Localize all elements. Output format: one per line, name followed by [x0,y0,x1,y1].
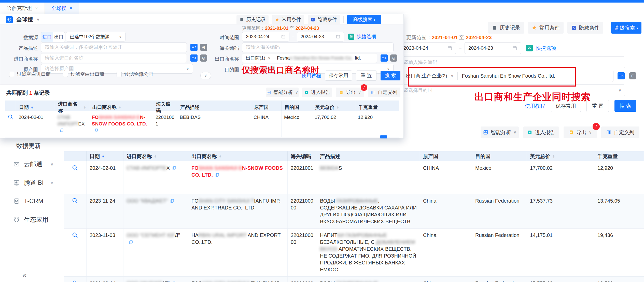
quick-options-link[interactable]: 快捷选项 [357,33,376,40]
chevron-down-icon: ∨ [514,130,516,135]
exporter-type-select[interactable]: 出口商(1) ∨ [242,53,274,63]
sidebar-collapse-button[interactable]: « [22,271,27,279]
reset-button[interactable]: 重 置 [356,70,376,81]
header-exporter[interactable]: 出口商名称▲▼ [188,151,288,161]
translate-icon[interactable]: 中A [618,72,625,79]
sort-icon: ▲▼ [83,106,86,109]
history-button[interactable]: 历史记录 [236,15,269,24]
exporter-name-label: 出口商名称 [201,56,239,62]
chevron-down-icon: ∨ [295,90,298,95]
hide-conditions-button[interactable]: 隐藏条件 [308,15,340,24]
cell-destination: Mexico [282,111,312,137]
enter-report-button[interactable]: 进入报告 [523,126,559,138]
cell-destination: Russian Federation [472,194,527,228]
annotation-rectangle [408,67,576,87]
calendar-icon [336,34,340,39]
exact-match-icon[interactable]: ⊖ [390,54,397,62]
advanced-search-button[interactable]: 高级搜索 › [611,22,641,34]
smart-analysis-button[interactable]: 智能分析 ∨ [481,126,519,138]
sort-icon: ▲▼ [31,106,33,109]
save-common-button[interactable]: 保存常用 [325,70,352,81]
divider [607,24,607,32]
header-hs-code: 海关编码 [288,151,317,161]
export-toggle[interactable]: 出口 [53,32,65,42]
exporter-name-input[interactable]: Foshan Sanshui En-Snow Foods Co., ltd. [274,55,364,61]
copy-icon[interactable] [170,198,175,205]
copy-icon[interactable] [60,128,64,134]
header-usd-total[interactable]: 美元总价▲▼ [527,151,594,161]
filter-blank-exporter[interactable]: 过滤空白出口商 [63,71,104,78]
sidebar-item-cloud-mail[interactable]: 云邮通 ∨ [0,158,64,170]
hs-code-input[interactable]: 请输入海关编码 [242,43,394,52]
overlay-date-row: 2023-04-24 – 2024-04-23 器 快捷选项 [242,32,376,41]
search-button[interactable]: 搜 索 [614,100,636,112]
pagination-fragment[interactable] [380,135,387,138]
copy-icon[interactable] [172,165,177,172]
search-button[interactable]: 搜 索 [381,71,400,80]
product-desc-input[interactable]: 请输入关键词，多关键词用分号隔开 [41,43,187,52]
time-range-label: 时间范围 [201,34,239,41]
sidebar-item-t-crm[interactable]: T-CRM [0,195,64,207]
chevron-down-icon[interactable]: ∨ [37,17,39,22]
checkbox-icon[interactable] [9,72,14,77]
smart-analysis-button[interactable]: 智能分析 ∨ [266,88,299,97]
report-icon [527,130,532,135]
header-importer[interactable]: 进口商名称▲▼ [123,151,188,161]
overlay-title: 全球搜 [16,16,33,23]
cell-usd-total: 17,700.02 [527,161,594,194]
cell-importer: СТАВ ИМПОРТЕX [123,161,188,194]
copy-icon[interactable] [172,281,176,282]
bi-chart-icon [13,179,20,186]
header-date[interactable]: 日期▲▼ [87,151,123,161]
row-search-icon[interactable] [8,114,14,134]
copy-icon[interactable] [215,172,220,179]
sidebar-item-label: 生态应用 [24,216,48,224]
checkbox-icon[interactable] [117,72,122,77]
data-source-select[interactable]: 已选中102个数据源 ∨ [66,32,125,41]
checkbox-icon[interactable] [63,72,68,77]
export-button[interactable]: 导出 ∨ 7 [336,88,364,97]
sidebar-item-tengdao-bi[interactable]: 腾道 BI ∨ [0,177,64,189]
custom-columns-button[interactable]: 自定义列 [368,88,400,97]
advanced-search-button[interactable]: 高级搜索 › [347,15,381,24]
translate-icon[interactable]: 中A [190,44,198,51]
filter-blank-importer[interactable]: 过滤空白进口商 [9,71,51,78]
row-search-icon[interactable] [72,198,78,225]
translate-icon[interactable]: 中A [381,54,388,62]
exact-match-icon[interactable]: ⊖ [629,72,636,79]
tab-bar: 哈萨克斯坦 × 全球搜 × [0,3,644,14]
importer-name-input[interactable]: 请输入进口商名称 [41,53,187,63]
quick-options-link[interactable]: 快捷选项 [536,45,556,52]
row-search-icon[interactable] [72,280,78,282]
custom-columns-button[interactable]: 自定义列 [601,126,639,138]
date-to-input[interactable]: 2024-04-23 [465,42,521,54]
tutorial-link[interactable]: 使用教程 [525,103,545,109]
tab-global-search[interactable]: 全球搜 × [45,3,79,14]
date-from-input[interactable]: 2023-04-24 [400,42,456,54]
close-icon[interactable]: × [35,6,38,11]
header-product: 产品描述 [317,151,420,161]
copy-icon[interactable] [129,239,133,246]
tab-kazakhstan[interactable]: 哈萨克斯坦 × [0,3,45,14]
row-search-icon[interactable] [72,165,78,191]
common-conditions-button[interactable]: ★ 常用条件 [528,22,564,34]
history-button[interactable]: 历史记录 [488,22,524,34]
row-search-icon[interactable] [72,232,78,273]
enter-report-button[interactable]: 进入报告 [302,88,332,97]
import-toggle[interactable]: 进口 [41,32,53,42]
filter-logistics[interactable]: 过滤物流公司 [117,71,153,78]
hide-conditions-button[interactable]: 隐藏条件 [567,22,603,34]
table-row: 2023-11-24 ООО "КВАДЖЕТ" FOSHAN CITY SAN… [64,194,644,229]
cell-origin: CHINA [420,161,472,194]
overlay-actions: 历史记录 ★ 常用条件 隐藏条件 高级搜索 › [236,15,391,24]
close-icon[interactable]: × [70,6,73,11]
copy-icon[interactable] [94,128,99,134]
date-to-input[interactable]: 2024-04-23 [297,32,344,41]
translate-icon[interactable]: 中A [190,54,198,62]
export-button[interactable]: 导出 ∨ 7 [564,126,597,138]
date-from-input[interactable]: 2023-04-24 [242,32,289,41]
common-conditions-button[interactable]: ★ 常用条件 [272,15,304,24]
collapse-panel-button[interactable]: ∨ [200,72,211,79]
sidebar-item-data-update[interactable]: 数据更新 [0,140,64,152]
sidebar-item-eco-apps[interactable]: 生态应用 [0,214,64,226]
